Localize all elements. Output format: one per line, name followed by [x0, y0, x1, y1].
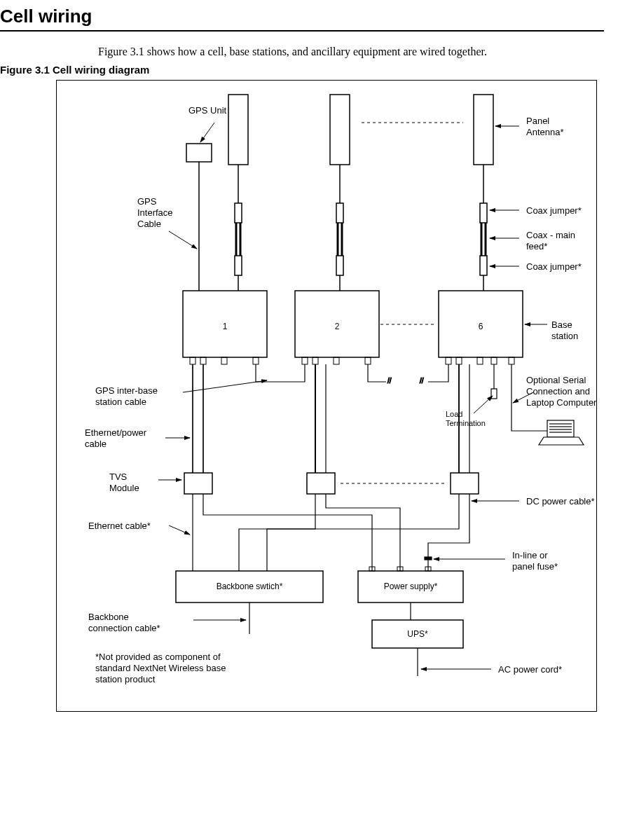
title-rule — [0, 30, 604, 32]
svg-rect-76 — [307, 473, 335, 494]
svg-rect-6 — [480, 203, 487, 223]
svg-rect-44 — [491, 389, 497, 399]
svg-line-91 — [200, 123, 214, 142]
svg-rect-40 — [509, 357, 514, 364]
bs6-number: 6 — [479, 322, 483, 331]
svg-rect-4 — [235, 203, 242, 223]
label-ac-power-cord: AC power cord* — [498, 664, 562, 675]
svg-rect-2 — [474, 95, 493, 165]
svg-rect-77 — [451, 473, 479, 494]
svg-rect-32 — [302, 357, 308, 364]
figure-number: Figure 3.1 — [0, 64, 50, 76]
svg-rect-75 — [184, 473, 212, 494]
svg-rect-5 — [336, 203, 343, 223]
label-gps-unit: GPS Unit — [188, 105, 226, 116]
label-load-termination: Load Termination — [446, 410, 486, 429]
label-coax-main-feed: Coax - main feed* — [526, 230, 575, 253]
cell-wiring-diagram: 1 2 6 — [56, 80, 597, 712]
svg-text://: // — [387, 377, 392, 385]
label-inline-fuse: In-line or panel fuse* — [512, 550, 558, 573]
backbone-switch-text: Backbone swtich* — [217, 581, 283, 591]
svg-rect-45 — [547, 420, 574, 437]
svg-rect-33 — [313, 357, 318, 364]
figure-title: Cell wiring diagram — [53, 64, 149, 76]
svg-rect-17 — [336, 256, 343, 275]
svg-rect-22 — [186, 144, 212, 162]
label-coax-jumper2: Coax jumper* — [526, 261, 582, 273]
label-panel-antenna: Panel Antenna* — [526, 116, 564, 139]
label-optional-serial: Optional Serial Connection and Laptop Co… — [526, 375, 596, 409]
svg-rect-31 — [253, 357, 259, 364]
label-ethernet-cable: Ethernet cable* — [88, 521, 151, 532]
label-coax-jumper1: Coax jumper* — [526, 205, 582, 216]
svg-line-103 — [169, 525, 190, 535]
svg-rect-38 — [477, 357, 483, 364]
svg-rect-18 — [480, 256, 487, 275]
svg-rect-1 — [330, 95, 350, 165]
label-gps-interface-cable: GPS Interface Cable — [137, 196, 173, 230]
svg-rect-37 — [456, 357, 462, 364]
svg-rect-30 — [221, 357, 227, 364]
section-title: Cell wiring — [0, 6, 604, 27]
ups-text: UPS* — [407, 629, 428, 639]
svg-line-100 — [183, 380, 267, 392]
svg-rect-34 — [334, 357, 339, 364]
svg-rect-29 — [200, 357, 206, 364]
intro-text: Figure 3.1 shows how a cell, base statio… — [98, 44, 583, 60]
bs1-number: 1 — [223, 322, 228, 331]
svg-rect-36 — [446, 357, 451, 364]
svg-rect-16 — [235, 256, 242, 275]
svg-text://: // — [420, 377, 424, 385]
bs2-number: 2 — [335, 322, 340, 331]
power-supply-text: Power supply* — [384, 581, 438, 591]
svg-rect-35 — [365, 357, 371, 364]
svg-rect-0 — [228, 95, 248, 165]
svg-rect-39 — [491, 357, 497, 364]
svg-line-92 — [169, 231, 197, 249]
svg-rect-81 — [425, 557, 432, 560]
svg-rect-28 — [190, 357, 195, 364]
label-dc-power-cable: DC power cable* — [526, 496, 595, 507]
label-tvs-module: TVS Module — [109, 471, 139, 495]
figure-caption: Figure 3.1 Cell wiring diagram — [0, 64, 604, 76]
label-backbone-conn-cable: Backbone connection cable* — [88, 612, 160, 635]
label-base-station: Base station — [551, 319, 596, 343]
label-ethernet-power-cable: Ethernet/power cable — [85, 427, 146, 450]
label-gps-interbs-cable: GPS inter-base station cable — [95, 385, 158, 408]
not-provided-note: *Not provided as component of standard N… — [95, 652, 226, 686]
